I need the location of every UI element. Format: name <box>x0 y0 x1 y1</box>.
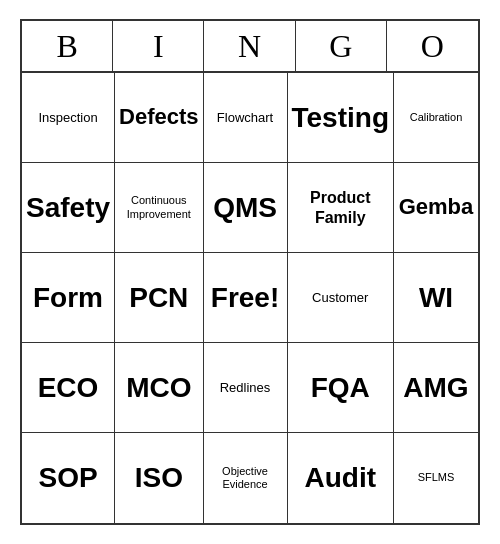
bingo-cell: Inspection <box>22 73 115 163</box>
bingo-cell: PCN <box>115 253 203 343</box>
header-letter: I <box>113 21 204 71</box>
header-letter: O <box>387 21 478 71</box>
cell-text: Customer <box>312 290 368 306</box>
bingo-cell: ISO <box>115 433 203 523</box>
cell-text: FQA <box>311 371 370 405</box>
bingo-cell: FQA <box>288 343 394 433</box>
bingo-header: BINGO <box>22 21 478 73</box>
bingo-card: BINGO InspectionDefectsFlowchartTestingC… <box>20 19 480 525</box>
bingo-cell: Flowchart <box>204 73 288 163</box>
header-letter: N <box>204 21 295 71</box>
bingo-cell: SOP <box>22 433 115 523</box>
bingo-cell: Customer <box>288 253 394 343</box>
bingo-cell: Product Family <box>288 163 394 253</box>
cell-text: ECO <box>38 371 99 405</box>
header-letter: G <box>296 21 387 71</box>
cell-text: Free! <box>211 281 279 315</box>
bingo-cell: SFLMS <box>394 433 478 523</box>
bingo-cell: AMG <box>394 343 478 433</box>
cell-text: Continuous Improvement <box>119 194 198 220</box>
cell-text: Inspection <box>38 110 97 126</box>
cell-text: MCO <box>126 371 191 405</box>
cell-text: Safety <box>26 191 110 225</box>
cell-text: ISO <box>135 461 183 495</box>
cell-text: Form <box>33 281 103 315</box>
cell-text: Flowchart <box>217 110 273 126</box>
bingo-cell: Defects <box>115 73 203 163</box>
bingo-cell: Free! <box>204 253 288 343</box>
bingo-cell: Calibration <box>394 73 478 163</box>
bingo-cell: Safety <box>22 163 115 253</box>
bingo-cell: Continuous Improvement <box>115 163 203 253</box>
header-letter: B <box>22 21 113 71</box>
cell-text: Defects <box>119 104 198 130</box>
bingo-cell: Redlines <box>204 343 288 433</box>
cell-text: SFLMS <box>418 471 455 484</box>
cell-text: Product Family <box>292 188 389 226</box>
bingo-cell: Objective Evidence <box>204 433 288 523</box>
cell-text: QMS <box>213 191 277 225</box>
cell-text: WI <box>419 281 453 315</box>
bingo-cell: Form <box>22 253 115 343</box>
bingo-cell: Audit <box>288 433 394 523</box>
cell-text: Gemba <box>399 194 474 220</box>
cell-text: Testing <box>292 101 389 135</box>
cell-text: PCN <box>129 281 188 315</box>
cell-text: AMG <box>403 371 468 405</box>
cell-text: Audit <box>304 461 376 495</box>
bingo-cell: ECO <box>22 343 115 433</box>
bingo-cell: Testing <box>288 73 394 163</box>
bingo-cell: WI <box>394 253 478 343</box>
cell-text: Calibration <box>410 111 463 124</box>
bingo-cell: QMS <box>204 163 288 253</box>
cell-text: SOP <box>38 461 97 495</box>
cell-text: Objective Evidence <box>208 465 283 491</box>
bingo-grid: InspectionDefectsFlowchartTestingCalibra… <box>22 73 478 523</box>
bingo-cell: MCO <box>115 343 203 433</box>
cell-text: Redlines <box>220 380 271 396</box>
bingo-cell: Gemba <box>394 163 478 253</box>
